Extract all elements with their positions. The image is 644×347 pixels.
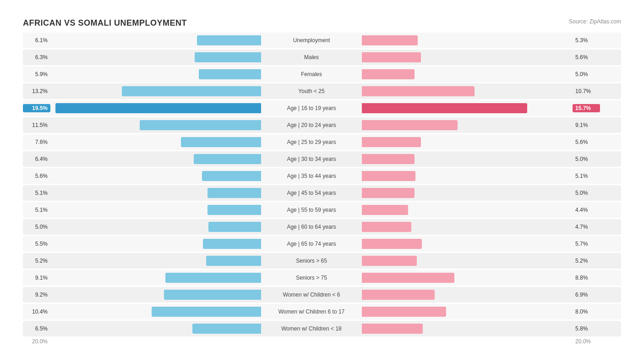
right-bar-area [362,290,573,300]
axis-right-label: 20.0% [573,338,600,345]
left-bar-area [50,103,261,113]
right-bar [362,35,418,45]
right-value: 10.7% [573,88,600,94]
right-bar [362,120,458,130]
right-bar [362,239,422,249]
bar-row: 9.2% Women w/ Children < 6 6.9% [23,287,621,303]
bar-row: 6.1% Unemployment 5.3% [23,33,621,48]
left-bar [194,154,261,164]
right-bar-area [362,256,573,266]
right-bar [362,222,411,232]
bar-row: 7.6% Age | 25 to 29 years 5.6% [23,134,621,150]
right-bar [362,205,408,215]
row-label: Age | 60 to 64 years [261,224,362,230]
row-label: Age | 35 to 44 years [261,173,362,179]
bar-row: 9.1% Seniors > 75 8.8% [23,270,621,286]
right-bar [362,86,475,96]
right-bar [362,273,454,283]
right-bar-area [362,154,573,164]
bar-row: 11.5% Age | 20 to 24 years 9.1% [23,117,621,133]
right-value: 5.7% [573,241,600,247]
row-label: Unemployment [261,37,362,44]
right-bar [362,103,527,113]
left-bar-area [50,188,261,198]
right-value: 5.1% [573,173,600,179]
right-bar-area [362,137,573,147]
left-bar [203,239,261,249]
left-bar [197,35,261,45]
right-bar [362,290,435,300]
left-bar-area [50,154,261,164]
left-value: 11.5% [23,122,50,128]
right-value: 4.7% [573,224,600,230]
right-bar-area [362,86,573,96]
left-bar [195,52,261,62]
bar-row: 5.0% Age | 60 to 64 years 4.7% [23,219,621,235]
left-value: 5.1% [23,207,50,213]
bar-row: 5.2% Seniors > 65 5.2% [23,253,621,269]
right-bar-area [362,69,573,79]
right-value: 5.3% [573,37,600,44]
row-label: Women w/ Children < 18 [261,325,362,332]
bar-row: 10.4% Women w/ Children 6 to 17 8.0% [23,304,621,319]
right-bar-area [362,239,573,249]
left-value: 13.2% [23,88,50,94]
left-bar [206,256,261,266]
axis-row: 20.0% 20.0% [23,338,621,345]
left-bar-area [50,239,261,249]
left-value: 9.2% [23,292,50,298]
left-bar-area [50,120,261,130]
left-bar-area [50,273,261,283]
row-label: Males [261,54,362,61]
row-label: Age | 16 to 19 years [261,105,362,111]
left-bar [55,103,261,113]
left-bar [202,171,261,181]
left-bar-area [50,290,261,300]
row-label: Seniors > 75 [261,275,362,281]
right-value: 8.8% [573,275,600,281]
right-bar [362,188,415,198]
right-bar-area [362,188,573,198]
bar-row: 6.5% Women w/ Children < 18 5.8% [23,321,621,336]
left-bar [207,188,261,198]
bar-row: 6.4% Age | 30 to 34 years 5.0% [23,151,621,167]
bar-row: 5.6% Age | 35 to 44 years 5.1% [23,168,621,184]
right-value: 9.1% [573,122,600,128]
left-bar-area [50,86,261,96]
left-bar [192,324,261,334]
left-bar-area [50,52,261,62]
left-value: 19.5% [23,104,50,112]
left-value: 7.6% [23,139,50,145]
left-bar-area [50,35,261,45]
right-value: 5.0% [573,71,600,77]
right-value: 5.0% [573,156,600,162]
row-label: Females [261,71,362,77]
left-value: 9.1% [23,275,50,281]
row-label: Seniors > 65 [261,258,362,264]
row-label: Age | 25 to 29 years [261,139,362,145]
row-label: Age | 20 to 24 years [261,122,362,128]
right-bar-area [362,120,573,130]
right-bar-area [362,171,573,181]
right-value: 5.2% [573,258,600,264]
right-bar [362,52,421,62]
right-bar-area [362,324,573,334]
bar-row: 5.1% Age | 45 to 54 years 5.0% [23,185,621,201]
left-bar-area [50,324,261,334]
row-label: Age | 55 to 59 years [261,207,362,213]
left-bar [165,273,261,283]
right-value: 8.0% [573,308,600,315]
left-bar-area [50,137,261,147]
axis-left-label: 20.0% [23,338,50,345]
right-value: 5.0% [573,190,600,196]
left-value: 6.5% [23,325,50,332]
bar-row: 6.3% Males 5.6% [23,50,621,65]
right-bar-area [362,273,573,283]
bar-row: 5.9% Females 5.0% [23,66,621,82]
right-bar [362,307,446,317]
left-bar [199,69,261,79]
right-bar-area [362,307,573,317]
row-label: Youth < 25 [261,88,362,94]
right-value: 5.6% [573,54,600,61]
left-bar-area [50,69,261,79]
